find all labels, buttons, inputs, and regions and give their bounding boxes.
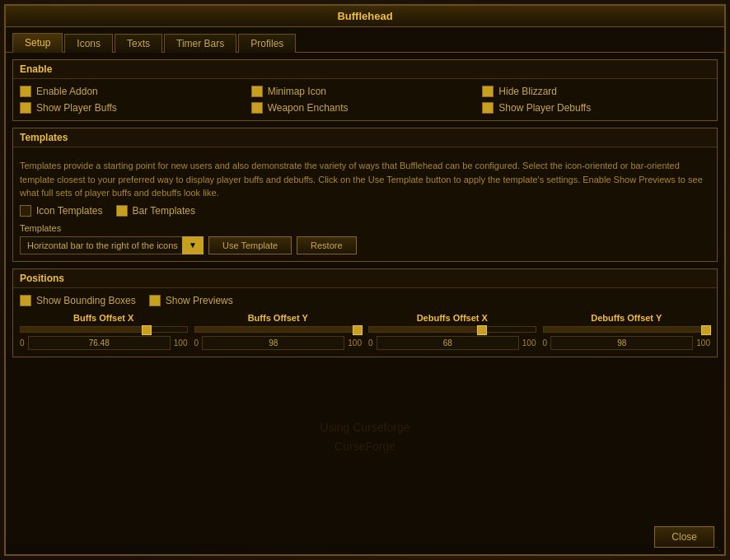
hide-blizzard-item: Hide Blizzard (482, 86, 710, 97)
debuffs-offset-y-label: Debuffs Offset Y (591, 313, 662, 323)
buffs-offset-x-track[interactable] (20, 326, 188, 333)
show-bounding-boxes-checkbox[interactable] (20, 295, 31, 306)
window-title: Bufflehead (337, 10, 392, 22)
buffs-offset-y-max: 100 (348, 338, 362, 348)
hide-blizzard-label: Hide Blizzard (498, 86, 557, 97)
tab-setup[interactable]: Setup (12, 33, 63, 53)
template-row: Horizontal bar to the right of the icons… (20, 236, 710, 254)
tab-bar: Setup Icons Texts Timer Bars Profiles (6, 27, 724, 53)
enable-body: Enable Addon Minimap Icon Hide Blizzard … (13, 79, 717, 120)
debuffs-offset-y-min: 0 (543, 338, 548, 348)
show-bounding-boxes-label: Show Bounding Boxes (36, 295, 136, 306)
hide-blizzard-checkbox[interactable] (482, 86, 494, 97)
tab-timer-bars[interactable]: Timer Bars (164, 34, 236, 53)
debuffs-offset-y-track[interactable] (543, 326, 711, 333)
debuffs-offset-y-values: 0 100 (543, 336, 711, 350)
debuffs-offset-x-track[interactable] (368, 326, 536, 333)
main-window: Bufflehead Setup Icons Texts Timer Bars … (4, 4, 726, 556)
debuffs-offset-y-slider: Debuffs Offset Y 0 100 (543, 313, 711, 350)
use-template-button[interactable]: Use Template (208, 236, 292, 254)
slider-group: Buffs Offset X 0 100 Buffs Of (20, 313, 710, 350)
show-previews-label: Show Previews (166, 295, 233, 306)
title-bar: Bufflehead (6, 6, 724, 27)
enable-addon-item: Enable Addon (20, 86, 248, 97)
minimap-icon-checkbox[interactable] (251, 86, 263, 97)
show-player-buffs-label: Show Player Buffs (36, 102, 117, 114)
templates-label: Templates (20, 223, 710, 233)
debuffs-offset-y-max: 100 (696, 338, 710, 348)
templates-section: Templates Templates provide a starting p… (12, 128, 718, 262)
buffs-offset-x-slider: Buffs Offset X 0 100 (20, 313, 188, 350)
show-previews-checkbox[interactable] (149, 295, 161, 306)
enable-section: Enable Enable Addon Minimap Icon Hide Bl… (12, 59, 718, 121)
bar-templates-label: Bar Templates (133, 205, 195, 217)
enable-header: Enable (13, 60, 717, 79)
debuffs-offset-x-label: Debuffs Offset X (417, 313, 488, 323)
templates-header: Templates (13, 128, 717, 147)
buffs-offset-y-label: Buffs Offset Y (248, 313, 308, 323)
bar-templates-checkbox[interactable] (116, 205, 128, 217)
templates-body: Templates provide a starting point for n… (13, 147, 717, 261)
positions-header: Positions (13, 269, 717, 288)
template-options: Icon Templates Bar Templates (20, 205, 710, 217)
debuffs-offset-x-values: 0 100 (368, 336, 536, 350)
buffs-offset-y-slider: Buffs Offset Y 0 100 (194, 313, 363, 350)
main-content: Enable Enable Addon Minimap Icon Hide Bl… (6, 53, 724, 544)
close-btn-area: Close (654, 526, 714, 548)
restore-button[interactable]: Restore (297, 236, 357, 254)
weapon-enchants-checkbox[interactable] (251, 102, 263, 114)
buffs-offset-y-track[interactable] (194, 326, 363, 333)
debuffs-offset-x-slider: Debuffs Offset X 0 100 (368, 313, 536, 350)
show-player-buffs-item: Show Player Buffs (20, 102, 248, 114)
minimap-icon-label: Minimap Icon (268, 86, 326, 97)
buffs-offset-x-min: 0 (20, 338, 25, 348)
tab-texts[interactable]: Texts (115, 34, 162, 53)
icon-templates-label: Icon Templates (36, 205, 103, 217)
template-select-wrapper: Horizontal bar to the right of the icons… (20, 236, 204, 254)
buffs-offset-y-min: 0 (194, 338, 199, 348)
icon-templates-item: Icon Templates (20, 205, 103, 217)
debuffs-offset-y-input[interactable] (550, 336, 693, 350)
show-player-debuffs-checkbox[interactable] (482, 102, 494, 114)
tab-profiles[interactable]: Profiles (238, 34, 296, 53)
minimap-icon-item: Minimap Icon (251, 86, 480, 97)
buffs-offset-y-input[interactable] (202, 336, 344, 350)
positions-checkbox-row: Show Bounding Boxes Show Previews (20, 295, 710, 306)
show-player-buffs-checkbox[interactable] (20, 102, 31, 114)
show-player-debuffs-item: Show Player Debuffs (482, 102, 710, 114)
templates-description: Templates provide a starting point for n… (20, 154, 710, 205)
buffs-offset-x-max: 100 (174, 338, 188, 348)
debuffs-offset-x-max: 100 (522, 338, 536, 348)
resize-handle-icon[interactable]: ⋱ (713, 543, 723, 553)
icon-templates-checkbox[interactable] (20, 205, 31, 217)
buffs-offset-y-values: 0 100 (194, 336, 363, 350)
show-player-debuffs-label: Show Player Debuffs (498, 102, 591, 114)
positions-body: Show Bounding Boxes Show Previews Buffs … (13, 288, 717, 357)
tab-icons[interactable]: Icons (64, 34, 113, 53)
enable-addon-label: Enable Addon (36, 86, 98, 97)
debuffs-offset-x-min: 0 (368, 338, 373, 348)
show-previews-item: Show Previews (149, 295, 233, 306)
buffs-offset-x-values: 0 100 (20, 336, 188, 350)
positions-section: Positions Show Bounding Boxes Show Previ… (12, 268, 718, 357)
weapon-enchants-item: Weapon Enchants (251, 102, 480, 114)
buffs-offset-x-label: Buffs Offset X (73, 313, 133, 323)
buffs-offset-x-input[interactable] (28, 336, 171, 350)
show-bounding-boxes-item: Show Bounding Boxes (20, 295, 136, 306)
enable-addon-checkbox[interactable] (20, 86, 31, 97)
close-button[interactable]: Close (654, 526, 714, 548)
weapon-enchants-label: Weapon Enchants (268, 102, 349, 114)
template-select[interactable]: Horizontal bar to the right of the icons (20, 236, 204, 254)
enable-checkbox-grid: Enable Addon Minimap Icon Hide Blizzard … (20, 86, 710, 114)
debuffs-offset-x-input[interactable] (377, 336, 519, 350)
bar-templates-item: Bar Templates (116, 205, 195, 217)
